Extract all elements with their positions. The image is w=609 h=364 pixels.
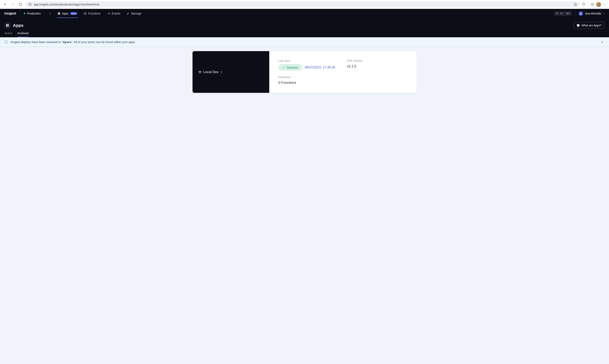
user-name: Ana Almeida xyxy=(585,12,601,15)
star-icon[interactable] xyxy=(574,3,577,6)
user-menu[interactable]: Ana Almeida xyxy=(575,9,609,18)
info-banner: i Inngest deploys have been renamed to "… xyxy=(0,37,609,47)
search-id-label: ID xyxy=(560,12,562,15)
nav-apps[interactable]: Apps New xyxy=(54,9,80,18)
brand-logo[interactable]: inngest xyxy=(0,9,21,18)
svg-point-13 xyxy=(556,13,558,14)
app-card-header[interactable]: Local Dev xyxy=(193,51,269,93)
svg-point-12 xyxy=(109,13,110,14)
new-badge: New xyxy=(70,12,77,15)
panel-icon[interactable] xyxy=(590,3,594,6)
svg-rect-1 xyxy=(591,3,594,6)
search-icon xyxy=(556,12,558,15)
svg-rect-5 xyxy=(58,12,59,13)
svg-point-14 xyxy=(580,13,581,13)
page-title: Apps xyxy=(13,23,24,28)
status-text: Success xyxy=(287,66,298,69)
profile-avatar[interactable] xyxy=(596,2,601,7)
environment-selector[interactable]: Production ▲▼ xyxy=(21,9,54,18)
tab-active[interactable]: Active xyxy=(4,32,13,37)
nav-manage[interactable]: Manage xyxy=(123,9,145,18)
env-name: Production xyxy=(27,12,47,15)
nav-events[interactable]: Events xyxy=(104,9,124,18)
last-sync-field: Last sync Success 06/07/2023, 17:48:39 xyxy=(278,59,339,70)
functions-label: Functions xyxy=(278,76,339,79)
chevron-updown-icon: ▲▼ xyxy=(49,12,51,15)
functions-field: Functions 0 Functions xyxy=(278,76,339,85)
browser-chrome: app.inngest.com/env/production/apps?arch… xyxy=(0,0,609,9)
svg-point-3 xyxy=(605,4,605,5)
app-name: Local Dev xyxy=(203,70,219,74)
menu-icon[interactable] xyxy=(603,3,607,6)
svg-rect-18 xyxy=(8,26,9,26)
svg-rect-0 xyxy=(29,4,31,5)
what-are-apps-label: What are Apps? xyxy=(582,24,602,27)
what-are-apps-button[interactable]: i What are Apps? xyxy=(574,22,605,29)
svg-point-4 xyxy=(605,5,605,6)
check-icon xyxy=(282,66,285,69)
page-header: Apps i What are Apps? Active Archived xyxy=(0,18,609,37)
user-avatar xyxy=(579,11,583,16)
grid-icon xyxy=(58,12,60,15)
content-area: Local Dev Last sync Success 06/07/2023, … xyxy=(0,47,609,97)
sdk-version: v2.1.0 xyxy=(347,65,407,68)
apps-icon xyxy=(4,22,11,28)
app-card-body: Last sync Success 06/07/2023, 17:48:39 S… xyxy=(269,51,417,93)
forward-button[interactable] xyxy=(10,2,16,7)
svg-rect-21 xyxy=(199,71,201,72)
events-icon xyxy=(107,12,110,15)
search-kbd: ⌘K xyxy=(566,12,570,15)
sdk-version-field: SDK Version v2.1.0 xyxy=(347,59,407,70)
app-card: Local Dev Last sync Success 06/07/2023, … xyxy=(192,51,417,93)
wrench-icon xyxy=(127,12,130,15)
extensions-icon[interactable] xyxy=(582,3,586,6)
svg-rect-9 xyxy=(84,12,86,14)
svg-rect-8 xyxy=(59,13,60,14)
last-sync-label: Last sync xyxy=(278,59,339,62)
nav-functions-label: Functions xyxy=(88,12,101,15)
banner-text: Inngest deploys have been renamed to "Sy… xyxy=(11,40,597,44)
back-button[interactable] xyxy=(2,2,8,7)
nav-manage-label: Manage xyxy=(131,12,141,15)
url-text: app.inngest.com/env/production/apps?arch… xyxy=(34,3,571,6)
svg-rect-15 xyxy=(6,24,7,25)
svg-rect-17 xyxy=(6,26,7,26)
url-bar[interactable]: app.inngest.com/env/production/apps?arch… xyxy=(25,1,580,8)
tab-archived[interactable]: Archived xyxy=(17,32,29,37)
reload-button[interactable] xyxy=(18,2,23,7)
chevron-down-icon xyxy=(603,12,605,15)
tabs: Active Archived xyxy=(4,32,605,37)
search-trigger[interactable]: ID ⌘K xyxy=(554,11,572,16)
site-info-icon[interactable] xyxy=(28,3,32,6)
info-circle-icon: i xyxy=(4,40,8,44)
svg-point-2 xyxy=(605,3,605,4)
nav-functions[interactable]: Functions xyxy=(80,9,104,18)
svg-rect-16 xyxy=(8,24,9,25)
function-icon xyxy=(84,12,87,15)
svg-point-11 xyxy=(108,13,109,14)
archive-icon xyxy=(199,71,201,73)
sdk-label: SDK Version xyxy=(347,59,407,62)
svg-rect-6 xyxy=(59,12,60,13)
sync-timestamp[interactable]: 06/07/2023, 17:48:39 xyxy=(305,66,335,69)
svg-point-10 xyxy=(107,13,108,14)
status-badge: Success xyxy=(278,65,302,70)
nav-apps-label: Apps xyxy=(62,12,68,15)
env-status-dot xyxy=(24,13,25,14)
svg-rect-7 xyxy=(58,13,59,14)
svg-text:i: i xyxy=(578,24,579,26)
info-icon: i xyxy=(577,24,580,27)
chevron-right-icon xyxy=(221,71,222,73)
top-nav: inngest Production ▲▼ Apps New Functions… xyxy=(0,9,609,18)
functions-count: 0 Functions xyxy=(278,81,339,85)
nav-events-label: Events xyxy=(112,12,120,15)
banner-close-button[interactable] xyxy=(600,40,605,44)
